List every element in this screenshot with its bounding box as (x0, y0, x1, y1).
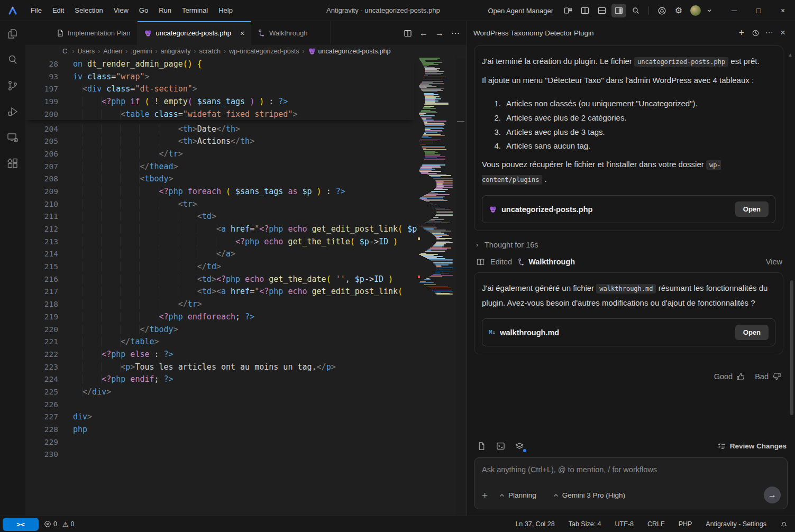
breadcrumb-item[interactable]: uncategorized-posts.php (308, 47, 391, 56)
code-line-213[interactable]: 213<?php echo get_the_title( $p->ID ) (25, 235, 414, 248)
breadcrumb-item[interactable]: antigravity (161, 48, 191, 55)
code-line-199[interactable]: 199<?php if ( ! empty( $sans_tags ) ) : … (25, 95, 414, 108)
view-link[interactable]: View (766, 258, 782, 266)
mode-selector[interactable]: Planning (499, 491, 536, 499)
breadcrumb-item[interactable]: Users (78, 48, 95, 55)
code-line-226[interactable]: 226 (25, 398, 414, 411)
bad-feedback-button[interactable]: Bad (755, 372, 781, 381)
code-line-93[interactable]: 93iv class="wrap"> (25, 70, 414, 83)
account-avatar[interactable] (688, 4, 703, 17)
new-file-icon[interactable] (475, 439, 488, 452)
code-line-206[interactable]: 206</tr> (25, 148, 414, 160)
add-context-icon[interactable]: + (482, 490, 488, 500)
search-icon[interactable] (628, 4, 643, 17)
breadcrumb-item[interactable]: .gemini (131, 48, 152, 55)
remote-explorer-icon[interactable] (5, 130, 20, 145)
remote-indicator[interactable]: >< (3, 518, 39, 531)
code-line-205[interactable]: 205<th>Actions</th> (25, 135, 414, 148)
code-line-212[interactable]: 212<a href="<?php echo get_edit_post_lin… (25, 223, 414, 235)
tab-size[interactable]: Tab Size: 4 (569, 520, 601, 528)
code-editor[interactable]: 203<th>Titre</th>204<th>Date</th>205<th>… (25, 58, 467, 516)
panel-close-icon[interactable]: × (776, 26, 790, 40)
breadcrumb-item[interactable]: C: (62, 48, 69, 55)
chat-input[interactable]: Ask anything (Ctrl+L), @ to mention, / f… (474, 457, 788, 509)
menu-help[interactable]: Help (213, 4, 238, 17)
open-file-button[interactable]: Open (735, 325, 769, 340)
source-control-icon[interactable] (5, 78, 20, 93)
menu-edit[interactable]: Edit (47, 4, 69, 17)
split-columns-icon[interactable] (578, 4, 592, 17)
search-sidebar-icon[interactable] (5, 52, 20, 67)
menu-go[interactable]: Go (134, 4, 153, 17)
file-card[interactable]: M↓ walkthrough.md Open (482, 318, 775, 346)
code-line-222[interactable]: 222<?php else : ?> (25, 348, 414, 361)
editor-scrollbar[interactable] (456, 58, 465, 516)
scroll-up-arrow[interactable]: ▲ (788, 52, 793, 58)
open-file-button[interactable]: Open (735, 201, 769, 217)
language-mode[interactable]: PHP (679, 520, 692, 528)
maximize-button[interactable]: □ (746, 0, 771, 21)
code-line-207[interactable]: 207</thead> (25, 160, 414, 173)
code-line-229[interactable]: 229 (25, 436, 414, 448)
thought-toggle[interactable]: › Thought for 16s (474, 235, 783, 254)
navigate-forward-icon[interactable]: → (433, 26, 446, 40)
terminal-icon[interactable] (494, 439, 507, 452)
tab-implementation-plan[interactable]: Implementation Plan (50, 21, 138, 45)
toggle-right-panel-icon[interactable] (611, 4, 626, 17)
code-line-214[interactable]: 214</a> (25, 248, 414, 261)
code-line-228[interactable]: 228php (25, 423, 414, 436)
code-line-208[interactable]: 208<tbody> (25, 172, 414, 185)
settings-status[interactable]: Antigravity - Settings (706, 520, 766, 528)
code-line-225[interactable]: 225</div> (25, 386, 414, 398)
menu-run[interactable]: Run (153, 4, 177, 17)
panel-scrollbar[interactable] (790, 280, 793, 415)
chevron-down-icon[interactable] (705, 4, 714, 17)
thumb-down-icon[interactable] (772, 372, 781, 381)
bell-icon[interactable] (780, 520, 788, 528)
breadcrumb[interactable]: C:›Users›Adrien›.gemini›antigravity›scra… (25, 45, 467, 58)
close-tab-icon[interactable]: × (240, 29, 244, 38)
thumb-up-icon[interactable] (736, 372, 745, 381)
code-line-210[interactable]: 210<tr> (25, 198, 414, 210)
eol-sequence[interactable]: CRLF (647, 520, 665, 528)
navigate-back-icon[interactable]: ← (417, 26, 431, 40)
panel-more-icon[interactable]: ⋯ (762, 26, 776, 40)
breadcrumb-item[interactable]: wp-uncategorized-posts (229, 48, 299, 55)
run-debug-icon[interactable] (5, 104, 20, 119)
file-card[interactable]: uncategorized-posts.php Open (482, 195, 775, 223)
menu-view[interactable]: View (108, 4, 134, 17)
sticky-scroll[interactable]: 28on dt_render_admin_page() {93iv class=… (25, 58, 414, 120)
gear-icon[interactable]: ⚙ (671, 4, 686, 17)
conversation-scroll[interactable]: J'ai terminé la création du plugin. Le f… (467, 44, 795, 434)
split-editor-icon[interactable] (401, 26, 415, 40)
code-line-216[interactable]: 216<td><?php echo get_the_date( '', $p->… (25, 273, 414, 286)
layout-grid-icon[interactable] (561, 4, 575, 17)
open-agent-manager-button[interactable]: Open Agent Manager (488, 7, 553, 15)
cursor-position[interactable]: Ln 37, Col 28 (515, 520, 554, 528)
code-line-211[interactable]: 211<td> (25, 210, 414, 223)
code-line-200[interactable]: 200<table class="widefat fixed striped"> (25, 108, 414, 121)
code-line-223[interactable]: 223<p>Tous les articles ont au moins un … (25, 361, 414, 373)
code-line-218[interactable]: 218</tr> (25, 298, 414, 310)
close-window-button[interactable]: × (771, 0, 795, 21)
code-line-224[interactable]: 224<?php endif; ?> (25, 373, 414, 386)
code-line-209[interactable]: 209<?php foreach ( $sans_tags as $p ) : … (25, 185, 414, 198)
edited-walkthrough-row[interactable]: Edited Walkthrough View (474, 254, 783, 272)
explorer-icon[interactable] (5, 26, 20, 41)
extensions-icon[interactable] (5, 156, 20, 171)
review-changes-button[interactable]: Review Changes (718, 442, 787, 450)
chrome-browser-icon[interactable] (654, 4, 669, 17)
minimap[interactable] (418, 58, 456, 516)
menu-terminal[interactable]: Terminal (177, 4, 213, 17)
code-line-219[interactable]: 219<?php endforeach; ?> (25, 310, 414, 323)
send-button[interactable]: → (764, 487, 781, 503)
minimize-button[interactable]: ─ (722, 0, 746, 21)
problems-indicator[interactable]: 0 ⚠ 0 (44, 520, 75, 528)
encoding[interactable]: UTF-8 (615, 520, 634, 528)
code-line-220[interactable]: 220</tbody> (25, 323, 414, 336)
breadcrumb-item[interactable]: Adrien (103, 48, 122, 55)
knowledge-stack-icon[interactable] (513, 439, 526, 452)
tab-uncategorized-posts-php[interactable]: uncategorized-posts.php× (138, 21, 252, 45)
code-line-221[interactable]: 221</table> (25, 335, 414, 348)
tab-walkthrough[interactable]: Walkthrough (251, 21, 331, 45)
